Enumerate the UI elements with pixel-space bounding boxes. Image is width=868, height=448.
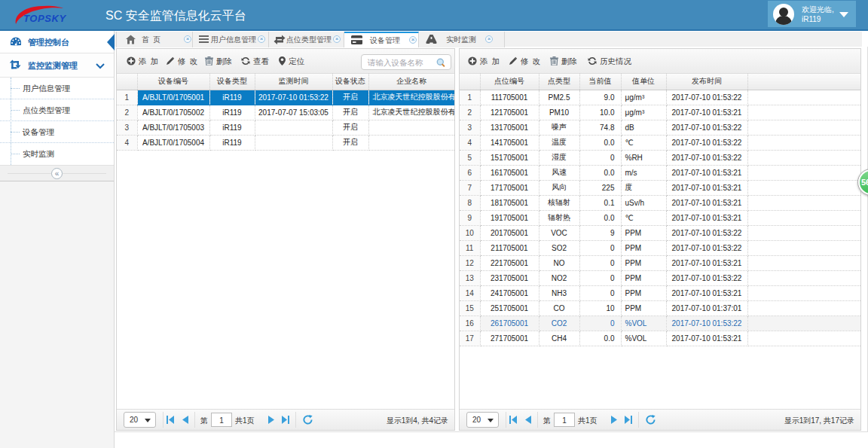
- svg-text:TOPSKY: TOPSKY: [23, 13, 67, 24]
